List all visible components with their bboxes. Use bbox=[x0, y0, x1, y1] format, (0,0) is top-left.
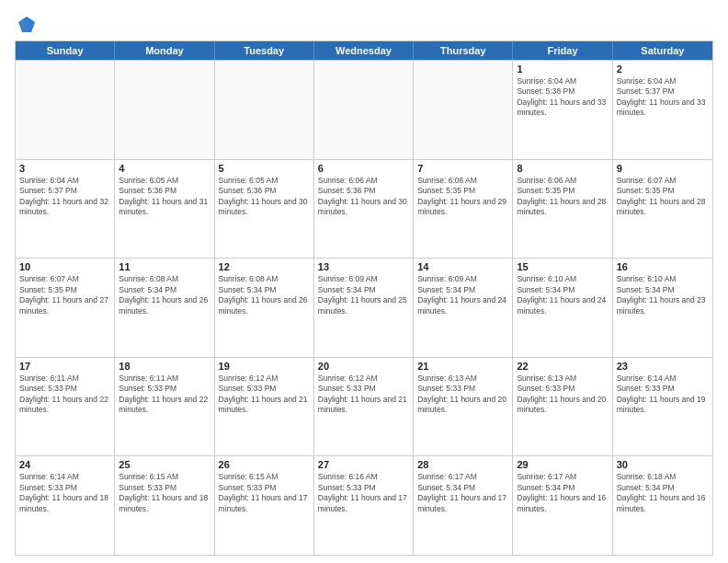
calendar: SundayMondayTuesdayWednesdayThursdayFrid… bbox=[15, 40, 713, 556]
calendar-cell: 28Sunrise: 6:17 AM Sunset: 5:34 PM Dayli… bbox=[414, 456, 513, 555]
day-info: Sunrise: 6:09 AM Sunset: 5:34 PM Dayligh… bbox=[417, 274, 508, 316]
day-info: Sunrise: 6:16 AM Sunset: 5:33 PM Dayligh… bbox=[318, 472, 409, 514]
day-number: 28 bbox=[417, 459, 508, 470]
day-info: Sunrise: 6:04 AM Sunset: 5:37 PM Dayligh… bbox=[617, 76, 709, 119]
day-info: Sunrise: 6:04 AM Sunset: 5:37 PM Dayligh… bbox=[19, 176, 110, 218]
logo bbox=[15, 11, 37, 35]
calendar-header: SundayMondayTuesdayWednesdayThursdayFrid… bbox=[16, 41, 712, 60]
calendar-cell bbox=[215, 61, 314, 159]
day-number: 22 bbox=[517, 361, 608, 372]
header-day-sunday: Sunday bbox=[16, 41, 115, 60]
day-number: 20 bbox=[318, 361, 409, 372]
calendar-cell: 27Sunrise: 6:16 AM Sunset: 5:33 PM Dayli… bbox=[314, 456, 414, 555]
day-info: Sunrise: 6:09 AM Sunset: 5:34 PM Dayligh… bbox=[318, 274, 409, 316]
day-info: Sunrise: 6:14 AM Sunset: 5:33 PM Dayligh… bbox=[19, 472, 110, 514]
day-info: Sunrise: 6:04 AM Sunset: 5:38 PM Dayligh… bbox=[517, 76, 608, 119]
day-number: 30 bbox=[617, 459, 709, 470]
calendar-cell: 2Sunrise: 6:04 AM Sunset: 5:37 PM Daylig… bbox=[613, 61, 712, 159]
day-info: Sunrise: 6:15 AM Sunset: 5:33 PM Dayligh… bbox=[119, 472, 210, 514]
day-info: Sunrise: 6:05 AM Sunset: 5:36 PM Dayligh… bbox=[119, 176, 210, 218]
calendar-week-5: 24Sunrise: 6:14 AM Sunset: 5:33 PM Dayli… bbox=[16, 455, 712, 555]
day-info: Sunrise: 6:11 AM Sunset: 5:33 PM Dayligh… bbox=[119, 373, 210, 416]
day-number: 4 bbox=[119, 163, 210, 174]
calendar-week-3: 10Sunrise: 6:07 AM Sunset: 5:35 PM Dayli… bbox=[16, 258, 712, 357]
day-number: 1 bbox=[517, 63, 608, 75]
day-number: 6 bbox=[318, 163, 409, 174]
day-number: 9 bbox=[617, 163, 709, 174]
day-info: Sunrise: 6:08 AM Sunset: 5:34 PM Dayligh… bbox=[119, 274, 210, 316]
day-number: 11 bbox=[119, 261, 210, 272]
day-info: Sunrise: 6:15 AM Sunset: 5:33 PM Dayligh… bbox=[219, 472, 310, 514]
calendar-cell: 8Sunrise: 6:06 AM Sunset: 5:35 PM Daylig… bbox=[513, 160, 612, 259]
day-number: 26 bbox=[219, 459, 310, 470]
day-number: 10 bbox=[19, 261, 110, 272]
logo-icon bbox=[17, 15, 37, 35]
calendar-week-2: 3Sunrise: 6:04 AM Sunset: 5:37 PM Daylig… bbox=[16, 159, 712, 259]
calendar-cell: 14Sunrise: 6:09 AM Sunset: 5:34 PM Dayli… bbox=[414, 259, 513, 357]
calendar-cell bbox=[414, 61, 513, 159]
day-info: Sunrise: 6:12 AM Sunset: 5:33 PM Dayligh… bbox=[219, 373, 310, 416]
calendar-cell bbox=[314, 61, 414, 159]
day-info: Sunrise: 6:14 AM Sunset: 5:33 PM Dayligh… bbox=[617, 373, 709, 416]
calendar-cell: 29Sunrise: 6:17 AM Sunset: 5:34 PM Dayli… bbox=[513, 456, 612, 555]
header-day-thursday: Thursday bbox=[414, 41, 513, 60]
calendar-cell: 7Sunrise: 6:06 AM Sunset: 5:35 PM Daylig… bbox=[414, 160, 513, 259]
day-info: Sunrise: 6:10 AM Sunset: 5:34 PM Dayligh… bbox=[517, 274, 608, 316]
calendar-cell: 15Sunrise: 6:10 AM Sunset: 5:34 PM Dayli… bbox=[513, 259, 612, 357]
calendar-cell: 20Sunrise: 6:12 AM Sunset: 5:33 PM Dayli… bbox=[314, 358, 414, 456]
day-number: 15 bbox=[517, 261, 608, 272]
day-info: Sunrise: 6:13 AM Sunset: 5:33 PM Dayligh… bbox=[417, 373, 508, 416]
day-number: 13 bbox=[318, 261, 409, 272]
day-info: Sunrise: 6:06 AM Sunset: 5:35 PM Dayligh… bbox=[417, 176, 508, 218]
calendar-cell: 19Sunrise: 6:12 AM Sunset: 5:33 PM Dayli… bbox=[215, 358, 314, 456]
day-number: 18 bbox=[119, 361, 210, 372]
day-info: Sunrise: 6:05 AM Sunset: 5:36 PM Dayligh… bbox=[219, 176, 310, 218]
calendar-week-4: 17Sunrise: 6:11 AM Sunset: 5:33 PM Dayli… bbox=[16, 357, 712, 456]
calendar-cell: 18Sunrise: 6:11 AM Sunset: 5:33 PM Dayli… bbox=[115, 358, 214, 456]
day-info: Sunrise: 6:07 AM Sunset: 5:35 PM Dayligh… bbox=[617, 176, 709, 218]
calendar-cell: 12Sunrise: 6:08 AM Sunset: 5:34 PM Dayli… bbox=[215, 259, 314, 357]
day-info: Sunrise: 6:10 AM Sunset: 5:34 PM Dayligh… bbox=[617, 274, 709, 316]
calendar-cell: 17Sunrise: 6:11 AM Sunset: 5:33 PM Dayli… bbox=[16, 358, 115, 456]
header-day-friday: Friday bbox=[513, 41, 612, 60]
header-day-saturday: Saturday bbox=[613, 41, 712, 60]
calendar-cell bbox=[115, 61, 214, 159]
day-number: 12 bbox=[219, 261, 310, 272]
day-info: Sunrise: 6:13 AM Sunset: 5:33 PM Dayligh… bbox=[517, 373, 608, 416]
day-number: 14 bbox=[417, 261, 508, 272]
calendar-cell: 22Sunrise: 6:13 AM Sunset: 5:33 PM Dayli… bbox=[513, 358, 612, 456]
day-number: 2 bbox=[617, 63, 709, 75]
day-number: 24 bbox=[19, 459, 110, 470]
calendar-cell: 24Sunrise: 6:14 AM Sunset: 5:33 PM Dayli… bbox=[16, 456, 115, 555]
calendar-cell: 26Sunrise: 6:15 AM Sunset: 5:33 PM Dayli… bbox=[215, 456, 314, 555]
calendar-cell: 25Sunrise: 6:15 AM Sunset: 5:33 PM Dayli… bbox=[115, 456, 214, 555]
calendar-cell: 4Sunrise: 6:05 AM Sunset: 5:36 PM Daylig… bbox=[115, 160, 214, 259]
calendar-week-1: 1Sunrise: 6:04 AM Sunset: 5:38 PM Daylig… bbox=[16, 60, 712, 159]
day-number: 17 bbox=[19, 361, 110, 372]
calendar-body: 1Sunrise: 6:04 AM Sunset: 5:38 PM Daylig… bbox=[16, 60, 712, 555]
day-info: Sunrise: 6:08 AM Sunset: 5:34 PM Dayligh… bbox=[219, 274, 310, 316]
day-number: 7 bbox=[417, 163, 508, 174]
calendar-cell: 5Sunrise: 6:05 AM Sunset: 5:36 PM Daylig… bbox=[215, 160, 314, 259]
day-info: Sunrise: 6:06 AM Sunset: 5:35 PM Dayligh… bbox=[517, 176, 608, 218]
day-number: 21 bbox=[417, 361, 508, 372]
day-number: 29 bbox=[517, 459, 608, 470]
calendar-cell: 3Sunrise: 6:04 AM Sunset: 5:37 PM Daylig… bbox=[16, 160, 115, 259]
day-info: Sunrise: 6:17 AM Sunset: 5:34 PM Dayligh… bbox=[517, 472, 608, 514]
day-number: 5 bbox=[219, 163, 310, 174]
day-info: Sunrise: 6:07 AM Sunset: 5:35 PM Dayligh… bbox=[19, 274, 110, 316]
calendar-cell: 23Sunrise: 6:14 AM Sunset: 5:33 PM Dayli… bbox=[613, 358, 712, 456]
day-number: 23 bbox=[617, 361, 709, 372]
calendar-cell: 10Sunrise: 6:07 AM Sunset: 5:35 PM Dayli… bbox=[16, 259, 115, 357]
day-info: Sunrise: 6:17 AM Sunset: 5:34 PM Dayligh… bbox=[417, 472, 508, 514]
day-number: 19 bbox=[219, 361, 310, 372]
day-info: Sunrise: 6:12 AM Sunset: 5:33 PM Dayligh… bbox=[318, 373, 409, 416]
header-day-monday: Monday bbox=[115, 41, 214, 60]
day-info: Sunrise: 6:18 AM Sunset: 5:34 PM Dayligh… bbox=[617, 472, 709, 514]
calendar-cell: 1Sunrise: 6:04 AM Sunset: 5:38 PM Daylig… bbox=[513, 61, 612, 159]
day-number: 25 bbox=[119, 459, 210, 470]
calendar-cell: 16Sunrise: 6:10 AM Sunset: 5:34 PM Dayli… bbox=[613, 259, 712, 357]
page-header bbox=[15, 11, 713, 35]
calendar-cell: 21Sunrise: 6:13 AM Sunset: 5:33 PM Dayli… bbox=[414, 358, 513, 456]
calendar-cell: 9Sunrise: 6:07 AM Sunset: 5:35 PM Daylig… bbox=[613, 160, 712, 259]
